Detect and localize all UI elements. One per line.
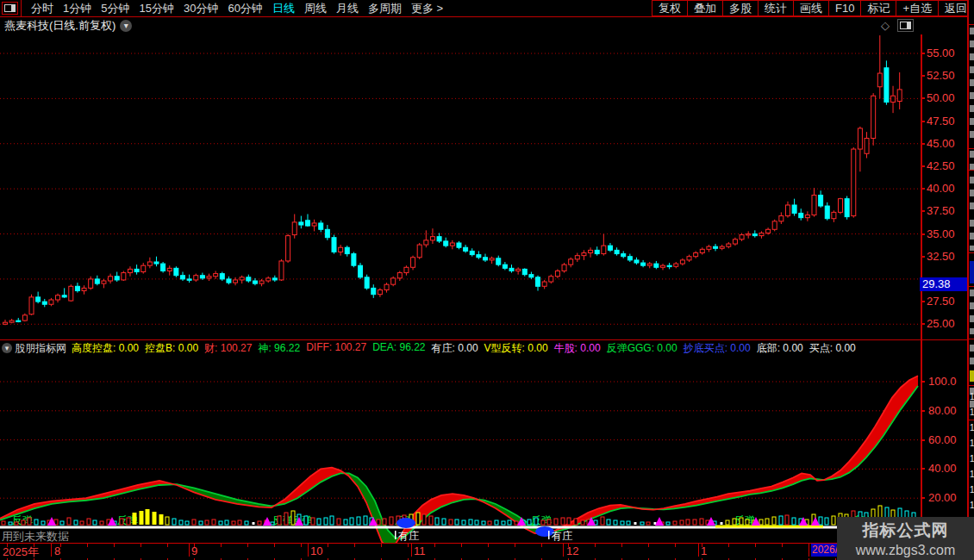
indicator-header: ▾ 股朋指标网 高度控盘: 0.00控盘B: 0.00财: 100.27神: 9… (0, 341, 967, 355)
period-item[interactable]: 周线 (304, 1, 327, 16)
toolbar-button[interactable]: 多股 (722, 0, 759, 16)
row-number: 1 (970, 408, 974, 417)
watermark-title: 指标公式网 (863, 520, 949, 542)
time-axis-label: 1 (701, 544, 707, 557)
minor-tick (328, 544, 328, 547)
row-number: 1 (970, 439, 974, 448)
indicator-value: V型反转: 0.00 (484, 341, 548, 355)
minor-tick (274, 544, 275, 547)
period-item[interactable]: 30分钟 (184, 1, 218, 16)
toolbar-button[interactable]: 标记 (860, 0, 896, 16)
toolbar-button[interactable]: +自选 (896, 0, 939, 16)
minor-tick (247, 544, 248, 547)
row-number: 1 (970, 392, 974, 401)
row-number: 1 (970, 501, 974, 510)
indicator-brand: 股朋指标网 (15, 341, 66, 355)
indicator-axis-label: 40.00 (928, 462, 957, 475)
minor-tick (621, 544, 622, 547)
period-item[interactable]: 60分钟 (228, 1, 262, 16)
divider (969, 170, 974, 171)
panel-fragment (970, 261, 974, 283)
title-bar: 燕麦科技(日线.前复权) ▾ ◇ (0, 16, 967, 34)
indicator-axis-label: 80.00 (928, 404, 957, 417)
indicator-axis-label: 100.0 (928, 375, 957, 388)
divider (969, 148, 974, 149)
indicator-value: 买点: 0.00 (809, 341, 856, 355)
indicator-value: 底部: 0.00 (757, 341, 803, 355)
time-axis-label: 12 (566, 544, 578, 557)
time-axis-label: 11 (414, 544, 426, 557)
right-panel-edge[interactable]: 11111111 (967, 0, 974, 560)
minor-tick (755, 544, 756, 547)
toolbar-button[interactable]: 画线 (793, 0, 829, 16)
chevron-down-icon[interactable]: ▾ (120, 20, 132, 32)
price-axis-label: 52.50 (927, 69, 955, 82)
axis-tick (921, 439, 925, 441)
row-number: 1 (970, 485, 974, 495)
period-menu: 分时1分钟5分钟15分钟30分钟60分钟日线周线月线多周期更多 > (22, 1, 443, 16)
indicator-value: 控盘B: 0.00 (145, 341, 198, 355)
period-item[interactable]: 多周期 (368, 1, 402, 16)
panel-fragment (970, 289, 974, 334)
indicator-value: DIFF: 100.27 (306, 341, 366, 355)
toolbar-button[interactable]: 统计 (758, 0, 794, 16)
period-item[interactable]: 日线 (272, 1, 295, 16)
minor-tick (675, 544, 676, 547)
minor-tick (515, 544, 515, 547)
indicator-value: 反弹GGG: 0.00 (607, 341, 677, 355)
period-item[interactable]: 5分钟 (101, 1, 129, 16)
divider (969, 286, 974, 287)
minor-tick (728, 544, 729, 547)
divider (969, 252, 974, 253)
divider (969, 339, 974, 339)
indicator-chart[interactable]: 反弹反弹反弹反弹反弹反弹反弹反弹有庄有庄 (0, 355, 967, 543)
indicator-value: 牛股: 0.00 (554, 341, 601, 355)
price-axis-label: 25.00 (927, 317, 955, 330)
month-tick (809, 544, 809, 557)
month-tick (563, 544, 564, 557)
top-toolbar: 分时1分钟5分钟15分钟30分钟60分钟日线周线月线多周期更多 > 复权叠加多股… (0, 0, 974, 17)
watermark: 指标公式网 www.zbgs3.com (837, 517, 974, 560)
price-axis-label: 42.50 (927, 159, 955, 172)
month-tick (308, 544, 309, 557)
period-item[interactable]: 15分钟 (139, 1, 173, 16)
last-price-label: 29.38 (920, 277, 967, 291)
indicator-value: 有庄: 0.00 (432, 341, 478, 355)
indicator-axis-label: 60.00 (928, 433, 957, 446)
toolbar-button[interactable]: 叠加 (687, 0, 723, 16)
period-item[interactable]: 月线 (336, 1, 359, 16)
divider (969, 24, 974, 25)
month-tick (698, 544, 699, 557)
price-axis-label: 55.00 (927, 47, 955, 59)
toolbar-button[interactable]: 复权 (652, 0, 688, 16)
price-axis-label: 40.00 (927, 182, 955, 195)
diamond-icon[interactable]: ◇ (881, 19, 890, 32)
price-axis-label: 32.50 (927, 250, 955, 263)
minor-tick (354, 544, 355, 547)
axis-tick (921, 381, 925, 383)
price-axis-label: 37.50 (927, 204, 955, 217)
minor-tick (301, 544, 302, 547)
candlestick-chart[interactable] (0, 34, 967, 340)
time-axis[interactable]: 2025年8910111212026/ (0, 543, 967, 559)
minor-tick (221, 544, 222, 547)
row-number: 1 (970, 470, 974, 479)
price-axis-label: 35.00 (927, 227, 955, 240)
month-tick (189, 544, 190, 557)
period-item[interactable]: 更多 > (411, 1, 443, 16)
future-data-note: 用到未来数据 (2, 529, 69, 544)
period-item[interactable]: 分时 (31, 1, 53, 16)
current-date-label: 2026/ (811, 544, 839, 557)
indicator-value: 财: 100.27 (204, 341, 252, 355)
toolbar-button[interactable]: F10 (828, 0, 861, 16)
minor-tick (648, 544, 649, 547)
split-window-icon[interactable] (2, 2, 18, 15)
minor-tick (408, 544, 409, 547)
chevron-down-icon[interactable]: ▾ (2, 343, 12, 353)
period-item[interactable]: 1分钟 (63, 1, 91, 16)
row-number: 1 (970, 423, 974, 432)
rebound-label: 反弹 (272, 514, 293, 526)
minor-tick (434, 544, 435, 547)
split-view-icon[interactable] (897, 19, 914, 32)
price-axis-label: 50.00 (927, 91, 955, 104)
